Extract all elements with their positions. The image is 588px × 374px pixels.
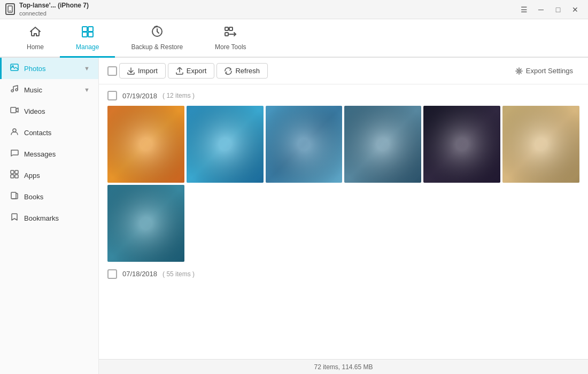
svg-rect-2 [82, 27, 87, 32]
settings-icon [515, 67, 523, 75]
sidebar-messages-label: Messages [24, 150, 90, 158]
tab-backup-label: Backup & Restore [131, 43, 183, 51]
refresh-button[interactable]: Refresh [216, 63, 268, 79]
sidebar-item-contacts[interactable]: Contacts [0, 122, 98, 143]
content-area: Import Export Refresh [99, 58, 588, 374]
refresh-icon [225, 67, 232, 75]
svg-rect-8 [229, 27, 233, 30]
sidebar-item-bookmarks[interactable]: Bookmarks [0, 207, 98, 229]
photo-item[interactable] [187, 106, 264, 183]
date-label-1: 07/19/2018 [122, 92, 157, 100]
status-bar: 72 items, 114.65 MB [99, 359, 588, 374]
minimize-button[interactable]: ─ [533, 2, 548, 17]
date-checkbox-2[interactable] [107, 269, 117, 279]
device-info-section: Top-lanse'... (iPhone 7) connected [5, 2, 89, 18]
svg-rect-22 [15, 175, 18, 178]
tab-tools[interactable]: More Tools [199, 19, 262, 58]
device-icon [5, 3, 15, 15]
tab-home-label: Home [27, 43, 44, 51]
svg-rect-20 [15, 170, 18, 174]
title-bar: Top-lanse'... (iPhone 7) connected ☰ ─ □… [0, 0, 588, 19]
svg-rect-4 [82, 32, 87, 37]
device-name: Top-lanse'... (iPhone 7) [19, 2, 89, 10]
sidebar-photos-label: Photos [24, 65, 79, 73]
date-count-2: ( 55 items ) [163, 270, 195, 278]
import-label: Import [138, 67, 158, 75]
sidebar-apps-label: Apps [24, 172, 90, 180]
import-button[interactable]: Import [119, 63, 166, 79]
svg-rect-9 [225, 33, 228, 36]
photos-area[interactable]: 07/19/2018 ( 12 items ) 07/18/2018 ( 55 … [99, 84, 588, 359]
close-button[interactable]: ✕ [568, 2, 583, 17]
tab-backup[interactable]: Backup & Restore [115, 19, 199, 58]
photo-grid-1 [107, 106, 579, 262]
books-icon [10, 191, 19, 202]
photo-item[interactable] [344, 106, 421, 183]
svg-rect-19 [11, 170, 14, 174]
photo-item[interactable] [266, 106, 343, 183]
export-settings-label: Export Settings [526, 67, 573, 75]
photo-item[interactable] [502, 106, 579, 183]
backup-icon [151, 25, 164, 41]
date-group-1: 07/19/2018 ( 12 items ) [107, 90, 579, 262]
maximize-button[interactable]: □ [551, 2, 566, 17]
music-arrow-icon: ▼ [84, 87, 90, 93]
select-all-checkbox[interactable] [107, 66, 117, 76]
svg-rect-23 [11, 192, 16, 199]
sidebar-contacts-label: Contacts [24, 129, 90, 137]
svg-point-24 [518, 70, 520, 72]
svg-rect-1 [9, 11, 11, 11]
svg-rect-21 [11, 175, 14, 178]
manage-icon [81, 25, 94, 41]
home-icon [29, 25, 42, 41]
import-icon [127, 67, 135, 75]
sidebar-item-photos[interactable]: Photos ▼ [0, 58, 98, 79]
refresh-label: Refresh [235, 67, 260, 75]
sidebar-item-books[interactable]: Books [0, 186, 98, 207]
export-settings-button[interactable]: Export Settings [509, 64, 579, 78]
svg-rect-5 [88, 32, 93, 37]
photo-item[interactable] [107, 185, 184, 262]
export-label: Export [187, 67, 207, 75]
sidebar-videos-label: Videos [24, 107, 90, 115]
svg-rect-7 [225, 27, 228, 30]
date-count-1: ( 12 items ) [163, 92, 195, 99]
sidebar-books-label: Books [24, 193, 90, 201]
toolbar: Import Export Refresh [99, 58, 588, 84]
svg-point-15 [11, 90, 13, 92]
menu-button[interactable]: ☰ [516, 2, 531, 17]
date-label-2: 07/18/2018 [122, 270, 157, 278]
photo-item[interactable] [423, 106, 500, 183]
export-button[interactable]: Export [168, 63, 215, 79]
date-header-2: 07/18/2018 ( 55 items ) [107, 268, 579, 280]
svg-rect-3 [88, 27, 93, 32]
main-area: Photos ▼ Music ▼ Videos [0, 58, 588, 374]
apps-icon [10, 170, 19, 181]
tools-icon [224, 25, 237, 41]
sidebar-item-videos[interactable]: Videos [0, 100, 98, 122]
status-text: 72 items, 114.65 MB [314, 363, 373, 371]
bookmarks-icon [10, 213, 19, 223]
svg-point-18 [13, 129, 16, 132]
sidebar-item-messages[interactable]: Messages [0, 143, 98, 165]
svg-point-16 [16, 89, 18, 91]
tab-manage-label: Manage [76, 43, 99, 51]
sidebar-bookmarks-label: Bookmarks [24, 214, 90, 222]
nav-tabs: Home Manage Backup & Restore [0, 19, 588, 58]
tab-home[interactable]: Home [11, 19, 60, 58]
date-checkbox-1[interactable] [107, 91, 117, 100]
sidebar: Photos ▼ Music ▼ Videos [0, 58, 99, 374]
tab-tools-label: More Tools [215, 43, 246, 51]
svg-rect-0 [8, 6, 12, 12]
sidebar-item-apps[interactable]: Apps [0, 165, 98, 186]
videos-icon [10, 106, 19, 116]
sidebar-item-music[interactable]: Music ▼ [0, 79, 98, 100]
photo-item[interactable] [107, 106, 184, 183]
music-icon [10, 84, 19, 95]
toolbar-left: Import Export Refresh [107, 63, 507, 79]
photos-icon [10, 63, 19, 74]
date-group-2: 07/18/2018 ( 55 items ) [107, 268, 579, 284]
tab-manage[interactable]: Manage [60, 19, 115, 58]
photos-arrow-icon: ▼ [84, 65, 90, 72]
messages-icon [10, 149, 19, 159]
